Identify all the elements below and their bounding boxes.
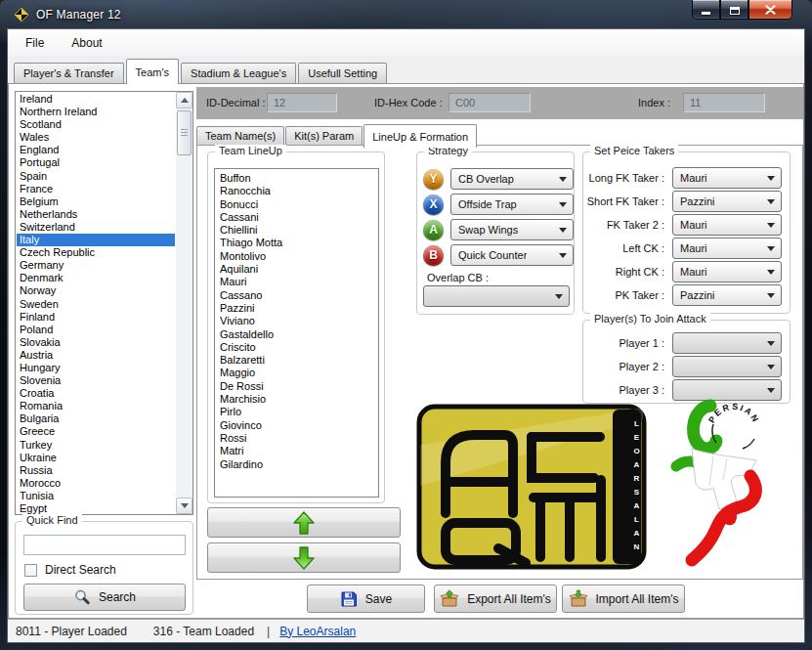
list-item-country[interactable]: Switzerland bbox=[17, 221, 175, 234]
list-item-country[interactable]: Turkey bbox=[17, 439, 175, 452]
list-item-player[interactable]: Montolivo bbox=[220, 250, 378, 263]
list-item-player[interactable]: De Rossi bbox=[220, 380, 378, 393]
list-item-country[interactable]: Slovakia bbox=[17, 336, 175, 349]
title-bar[interactable]: OF Manager 12 bbox=[0, 0, 812, 29]
subtab-team-names[interactable]: Team Name(s) bbox=[196, 126, 284, 146]
list-item-country[interactable]: Denmark bbox=[17, 272, 175, 284]
country-listbox[interactable]: IrelandNorthern IrelandScotlandWalesEngl… bbox=[15, 91, 193, 515]
list-item-country[interactable]: France bbox=[17, 183, 175, 195]
list-item-player[interactable]: Cassani bbox=[220, 211, 378, 224]
list-item-player[interactable]: Pazzini bbox=[220, 302, 378, 315]
list-item-country[interactable]: Austria bbox=[17, 349, 175, 362]
close-button[interactable] bbox=[748, 0, 792, 20]
list-item-country[interactable]: Croatia bbox=[17, 387, 175, 400]
list-item-country[interactable]: Slovenia bbox=[17, 374, 175, 387]
strategy-x-select[interactable]: Offside Trap bbox=[450, 194, 574, 215]
list-item-country[interactable]: Sweden bbox=[17, 298, 175, 311]
list-item-country[interactable]: Romania bbox=[17, 400, 175, 412]
player1-select[interactable] bbox=[672, 332, 782, 354]
short-fk-select[interactable]: Pazzini bbox=[672, 191, 782, 212]
list-item-player[interactable]: Gastaldello bbox=[220, 328, 378, 341]
list-item-country[interactable]: Scotland bbox=[17, 118, 175, 131]
minimize-button[interactable] bbox=[692, 0, 720, 20]
subtab-lineup-formation[interactable]: LineUp & Formation bbox=[363, 124, 477, 148]
pk-taker-select[interactable]: Pazzini bbox=[672, 284, 782, 306]
strategy-a-select[interactable]: Swap Wings bbox=[450, 219, 574, 240]
right-ck-select[interactable]: Mauri bbox=[672, 261, 782, 282]
list-item-player[interactable]: Viviano bbox=[220, 315, 378, 327]
list-item-player[interactable]: Criscito bbox=[220, 341, 378, 354]
list-item-player[interactable]: Mauri bbox=[220, 276, 378, 288]
list-item-country[interactable]: Ireland bbox=[17, 93, 175, 106]
list-item-country[interactable]: Netherlands bbox=[17, 208, 175, 221]
list-item-player[interactable]: Balzaretti bbox=[220, 354, 378, 367]
tab-teams[interactable]: Team's bbox=[126, 59, 180, 84]
list-item-country[interactable]: Spain bbox=[17, 170, 175, 183]
scroll-thumb[interactable] bbox=[177, 110, 192, 155]
list-item-country[interactable]: Hungary bbox=[17, 362, 175, 374]
right-ck-label: Right CK : bbox=[575, 266, 664, 278]
list-item-country[interactable]: Russia bbox=[17, 464, 175, 477]
list-item-country[interactable]: Portugal bbox=[17, 156, 175, 169]
list-item-player[interactable]: Chiellini bbox=[220, 224, 378, 237]
move-player-down-button[interactable] bbox=[207, 542, 401, 573]
list-item-country[interactable]: Italy bbox=[17, 234, 175, 246]
export-box-icon bbox=[440, 589, 459, 609]
strategy-b-select[interactable]: Quick Counter bbox=[450, 244, 574, 266]
list-item-country[interactable]: Morocco bbox=[17, 477, 175, 490]
list-item-country[interactable]: Wales bbox=[17, 131, 175, 144]
menu-file[interactable]: File bbox=[16, 32, 54, 54]
list-item-country[interactable]: Finland bbox=[17, 311, 175, 324]
list-item-country[interactable]: Belgium bbox=[17, 195, 175, 208]
tab-players-transfer[interactable]: Player's & Transfer bbox=[14, 63, 124, 83]
subtab-kits-param[interactable]: Kit(s) Param bbox=[285, 126, 363, 146]
quick-find-title: Quick Find bbox=[22, 514, 82, 526]
direct-search-checkbox[interactable] bbox=[24, 564, 37, 577]
list-item-player[interactable]: Giovinco bbox=[220, 419, 378, 432]
maximize-button[interactable] bbox=[720, 0, 748, 20]
list-item-country[interactable]: Norway bbox=[17, 284, 175, 297]
tab-stadium-leagues[interactable]: Stadium & League's bbox=[181, 63, 296, 83]
list-item-country[interactable]: Northern Ireland bbox=[17, 106, 175, 118]
list-item-player[interactable]: Pirlo bbox=[220, 406, 378, 418]
scroll-up-button[interactable] bbox=[176, 92, 192, 108]
export-all-button[interactable]: Export All Item's bbox=[434, 585, 557, 613]
list-item-country[interactable]: Germany bbox=[17, 259, 175, 272]
list-item-player[interactable]: Gilardino bbox=[220, 458, 378, 471]
country-scrollbar[interactable] bbox=[176, 92, 192, 514]
list-item-player[interactable]: Bonucci bbox=[220, 198, 378, 211]
move-player-up-button[interactable] bbox=[207, 507, 401, 538]
list-item-player[interactable]: Matri bbox=[220, 445, 378, 457]
fk-taker2-select[interactable]: Mauri bbox=[672, 214, 782, 236]
list-item-player[interactable]: Rossi bbox=[220, 432, 378, 445]
tab-usefull-setting[interactable]: Usefull Setting bbox=[298, 63, 387, 83]
list-item-country[interactable]: Czech Republic bbox=[17, 246, 175, 259]
list-item-player[interactable]: Aquilani bbox=[220, 263, 378, 276]
list-item-player[interactable]: Thiago Motta bbox=[220, 237, 378, 249]
list-item-country[interactable]: Bulgaria bbox=[17, 412, 175, 425]
xbox-b-icon: B bbox=[423, 245, 444, 266]
list-item-player[interactable]: Cassano bbox=[220, 289, 378, 302]
save-button[interactable]: Save bbox=[307, 585, 425, 613]
import-all-button[interactable]: Import All Item's bbox=[562, 585, 685, 613]
leoarsalan-link[interactable]: By LeoArsalan bbox=[279, 625, 356, 638]
list-item-country[interactable]: Greece bbox=[17, 425, 175, 438]
list-item-player[interactable]: Maggio bbox=[220, 367, 378, 379]
menu-about[interactable]: About bbox=[62, 32, 111, 54]
lineup-listbox[interactable]: BuffonRanocchiaBonucciCassaniChielliniTh… bbox=[214, 168, 379, 498]
list-item-player[interactable]: Buffon bbox=[220, 172, 378, 185]
player2-select[interactable] bbox=[672, 356, 782, 377]
list-item-player[interactable]: Marchisio bbox=[220, 393, 378, 406]
quick-find-input[interactable] bbox=[23, 535, 186, 555]
long-fk-select[interactable]: Mauri bbox=[672, 167, 782, 189]
list-item-player[interactable]: Ranocchia bbox=[220, 185, 378, 197]
scroll-down-button[interactable] bbox=[176, 498, 192, 514]
list-item-country[interactable]: England bbox=[17, 144, 175, 156]
overlap-cb-select[interactable] bbox=[423, 285, 570, 307]
list-item-country[interactable]: Ukraine bbox=[17, 452, 175, 464]
list-item-country[interactable]: Tunisia bbox=[17, 490, 175, 502]
left-ck-select[interactable]: Mauri bbox=[672, 238, 782, 259]
list-item-country[interactable]: Poland bbox=[17, 324, 175, 336]
strategy-y-select[interactable]: CB Overlap bbox=[450, 168, 574, 190]
search-button[interactable]: Search bbox=[23, 584, 186, 611]
